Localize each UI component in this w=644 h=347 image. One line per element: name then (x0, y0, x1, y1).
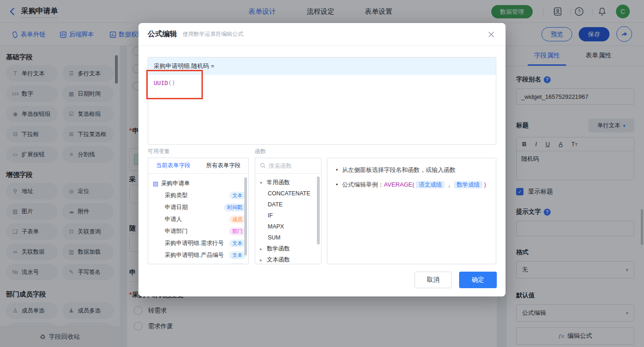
dialog-header: 公式编辑 使用数学运算符编辑公式 (138, 23, 506, 46)
field-chip: 语文成绩 (416, 181, 444, 188)
variable-name: 申请人 (165, 216, 182, 223)
form-doc-icon: ▤ (153, 180, 158, 187)
function-search[interactable] (255, 158, 321, 174)
group-label: 数学函数 (267, 245, 290, 253)
type-badge-clipped (230, 263, 246, 264)
variables-scrollbar[interactable] (244, 177, 247, 256)
help-tip-1: • 从左侧面板选择字段名和函数，或输入函数 (336, 165, 488, 175)
type-badge: 时间戳 (224, 204, 246, 211)
example-close-paren: ) (484, 181, 486, 188)
cancel-button[interactable]: 取消 (414, 272, 452, 288)
group-label: 常用函数 (267, 179, 290, 187)
help-panel: • 从左侧面板选择字段名和函数，或输入函数 • 公式编辑举例：AVERAGE( … (327, 158, 496, 264)
functions-panel: ▾常用函数 CONCATENATE DATE IF MAPX SUM ▸数学函数… (255, 158, 322, 264)
bullet: • (336, 165, 338, 175)
type-badge: 文本 (229, 251, 246, 259)
close-icon[interactable] (485, 28, 497, 40)
tip-text: 公式编辑举例：AVERAGE( 语文成绩 ， 数学成绩 ) (342, 180, 486, 189)
field-chip: 数学成绩 (454, 181, 483, 188)
variables-tabs: 当前表单字段 所有表单字段 (148, 158, 248, 174)
confirm-button[interactable]: 确定 (459, 272, 497, 288)
variable-name: 采购类型 (165, 192, 188, 199)
function-search-input[interactable] (269, 163, 310, 169)
variable-name: 申请部门 (165, 228, 188, 235)
formula-target: 采购申请明细.随机码 = (148, 57, 496, 75)
functions-tree: ▾常用函数 CONCATENATE DATE IF MAPX SUM ▸数学函数… (255, 174, 321, 264)
function-item[interactable]: DATE (260, 199, 318, 210)
type-badge: 文本 (229, 239, 246, 247)
variable-row[interactable]: 申请人成员 (153, 213, 246, 225)
variables-tree: ▤ 采购申请单 采购类型文本 申请日期时间戳 申请人成员 申请部门部门 采购申请… (148, 174, 248, 264)
formula-function: UUID (154, 80, 168, 86)
example-prefix: 公式编辑举例： (342, 181, 384, 188)
function-item[interactable]: SUM (260, 232, 318, 243)
type-badge: 成员 (229, 216, 246, 223)
root-form-name: 采购申请单 (161, 180, 190, 188)
variable-row[interactable]: 采购类型文本 (153, 189, 246, 201)
chevron-right-icon: ▸ (260, 257, 264, 262)
app-window: 采购申请单 表单设计 流程设定 表单设置 数据管理 ? C 表单外链 后端脚本 … (0, 0, 644, 347)
bullet: • (336, 180, 338, 189)
chevron-down-icon: ▾ (260, 180, 264, 185)
dialog-footer: 取消 确定 (138, 272, 506, 288)
variable-row-clipped[interactable] (153, 261, 246, 264)
tree-root-row[interactable]: ▤ 采购申请单 (153, 177, 246, 189)
formula-edit-dialog: 公式编辑 使用数学运算符编辑公式 采购申请明细.随机码 = UUID() 可用变… (138, 23, 506, 296)
comma: ， (446, 181, 452, 188)
formula-editor[interactable]: 采购申请明细.随机码 = UUID() (148, 57, 496, 145)
function-group-common[interactable]: ▾常用函数 (260, 177, 318, 188)
group-label: 文本函数 (267, 256, 290, 264)
search-icon (260, 163, 266, 169)
type-badge: 文本 (229, 192, 246, 199)
variable-name: 申请日期 (165, 204, 188, 211)
variable-row[interactable]: 申请部门部门 (153, 225, 246, 237)
function-item[interactable]: CONCATENATE (260, 188, 318, 199)
functions-scrollbar[interactable] (317, 176, 320, 245)
example-function: AVERAGE( (384, 181, 414, 188)
variable-name: 采购申请明细.产品编号 (165, 251, 224, 259)
chevron-right-icon: ▸ (260, 246, 264, 251)
dialog-title: 公式编辑 (148, 29, 177, 39)
function-group-text[interactable]: ▸文本函数 (260, 254, 318, 264)
function-item[interactable]: IF (260, 210, 318, 221)
function-group-math[interactable]: ▸数学函数 (260, 243, 318, 254)
variable-row[interactable]: 申请日期时间戳 (153, 201, 246, 213)
tab-current-form-fields[interactable]: 当前表单字段 (148, 162, 198, 170)
dialog-subtitle: 使用数学运算符编辑公式 (183, 30, 243, 38)
variable-row[interactable]: 采购申请明细.产品编号文本 (153, 249, 246, 261)
variables-panel: 当前表单字段 所有表单字段 ▤ 采购申请单 采购类型文本 申请日期时间戳 申请人… (148, 158, 249, 264)
variable-row[interactable]: 采购申请明细.需求行号文本 (153, 237, 246, 249)
formula-input-area[interactable]: UUID() (148, 75, 496, 91)
tab-all-form-fields[interactable]: 所有表单字段 (198, 162, 248, 170)
help-tip-2: • 公式编辑举例：AVERAGE( 语文成绩 ， 数学成绩 ) (336, 180, 488, 189)
function-item[interactable]: MAPX (260, 221, 318, 232)
type-badge: 部门 (229, 228, 246, 235)
variable-name: 采购申请明细.需求行号 (165, 239, 224, 247)
tip-text: 从左侧面板选择字段名和函数，或输入函数 (342, 165, 456, 175)
functions-section-label: 函数 (255, 148, 266, 155)
formula-parens: () (168, 80, 175, 86)
variables-section-label: 可用变量 (148, 148, 170, 155)
